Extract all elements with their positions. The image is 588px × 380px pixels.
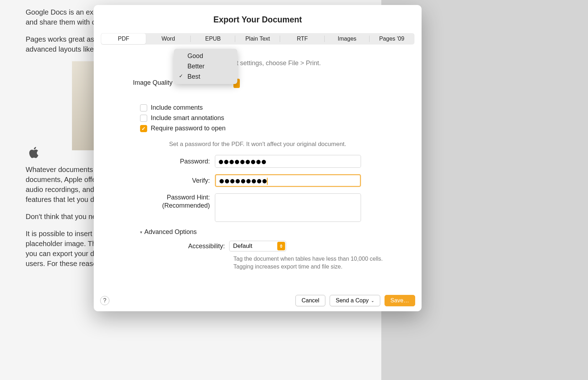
quality-option-better[interactable]: Better (174, 61, 237, 72)
include-comments-label: Include comments (151, 104, 203, 111)
include-annotations-row: Include smart annotations (101, 114, 414, 122)
require-password-label: Require password to open (151, 125, 226, 132)
tab-word[interactable]: Word (146, 33, 190, 44)
accessibility-row: Accessibility: Default (140, 241, 414, 251)
apple-logo-icon (29, 146, 39, 159)
advanced-options-label: Advanced Options (144, 228, 197, 236)
password-hint-row: Password Hint: (Recommended) (101, 193, 414, 222)
select-arrows-icon (277, 242, 285, 250)
password-hint-label: Password Hint: (Recommended) (101, 193, 215, 210)
accessibility-label: Accessibility: (140, 243, 229, 250)
tab-plain-text[interactable]: Plain Text (235, 33, 280, 44)
image-quality-label: Image Quality (133, 79, 172, 87)
password-note: Set a password for the PDF. It won't aff… (101, 141, 414, 148)
chevron-down-icon: ⌄ (371, 298, 374, 303)
tab-pdf[interactable]: PDF (101, 33, 146, 44)
quality-option-best[interactable]: Best (174, 72, 237, 82)
send-copy-button[interactable]: Send a Copy ⌄ (330, 295, 380, 306)
tab-images[interactable]: Images (325, 33, 369, 44)
password-row: Password: ●●●●●●●●● (101, 155, 414, 168)
require-password-row: Require password to open (101, 125, 414, 132)
password-input[interactable]: ●●●●●●●●● (215, 155, 361, 168)
password-hint-input[interactable] (215, 193, 361, 222)
tab-epub[interactable]: EPUB (191, 33, 235, 44)
include-annotations-checkbox[interactable] (140, 115, 147, 122)
verify-input[interactable]: ●●●●●●●●● (215, 174, 361, 187)
require-password-checkbox[interactable] (140, 125, 147, 132)
include-annotations-label: Include smart annotations (151, 114, 224, 122)
image-quality-dropdown: Good Better Best (174, 49, 237, 84)
text-cursor (267, 178, 268, 185)
accessibility-select[interactable]: Default (229, 241, 286, 251)
help-button[interactable]: ? (100, 296, 109, 305)
advanced-options-disclosure[interactable]: ▾ Advanced Options (140, 228, 414, 236)
verify-row: Verify: ●●●●●●●●● (101, 174, 414, 187)
dialog-footer: ? Cancel Send a Copy ⌄ Save… (94, 290, 422, 311)
include-comments-checkbox[interactable] (140, 104, 147, 111)
tab-pages09[interactable]: Pages '09 (370, 33, 414, 44)
format-tabs: PDF Word EPUB Plain Text RTF Images Page… (101, 33, 414, 45)
dialog-content: To change print settings, choose File > … (94, 49, 422, 290)
export-dialog: Export Your Document PDF Word EPUB Plain… (94, 5, 422, 311)
cancel-button[interactable]: Cancel (295, 295, 325, 306)
password-label: Password: (101, 158, 215, 165)
accessibility-note: Tag the document when tables have less t… (140, 255, 414, 271)
dialog-title: Export Your Document (94, 5, 422, 33)
chevron-down-icon: ▾ (140, 230, 142, 235)
tab-rtf[interactable]: RTF (280, 33, 325, 44)
print-hint-text: To change print settings, choose File > … (101, 59, 414, 67)
include-comments-row: Include comments (101, 104, 414, 111)
verify-label: Verify: (101, 177, 215, 184)
quality-option-good[interactable]: Good (174, 51, 237, 61)
save-button[interactable]: Save… (385, 295, 415, 306)
